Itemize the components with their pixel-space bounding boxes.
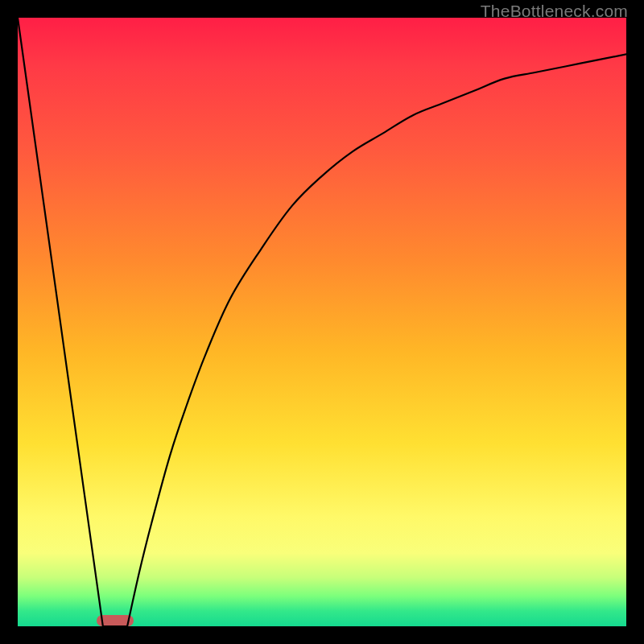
curve-layer <box>18 18 626 626</box>
chart-container: TheBottleneck.com <box>0 0 644 644</box>
plot-area <box>18 18 626 626</box>
bottleneck-curve <box>18 18 626 626</box>
